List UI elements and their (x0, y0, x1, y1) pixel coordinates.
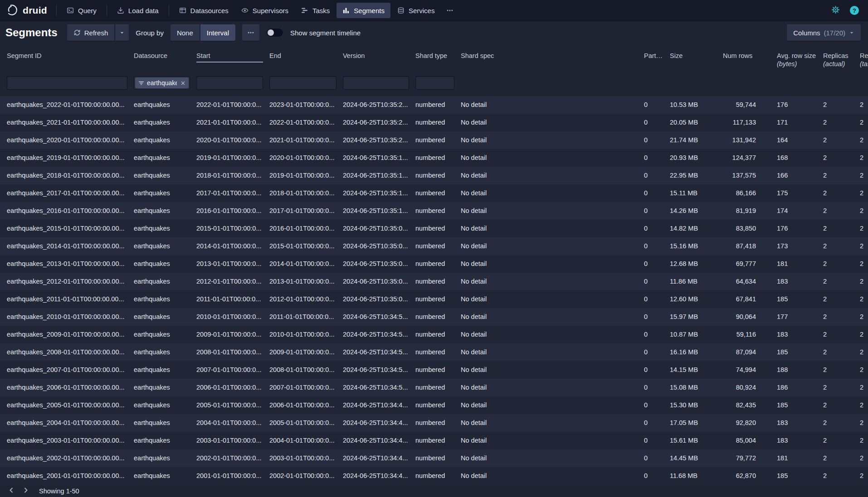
cell-shard_spec: No detail (461, 361, 644, 379)
help-button[interactable]: ? (847, 3, 862, 18)
column-header-shard_type[interactable]: Shard type (415, 52, 461, 60)
column-header-size[interactable]: Size (670, 52, 723, 60)
column-header-end[interactable]: End (269, 52, 343, 60)
segment-row[interactable]: earthquakes_2001-01-01T00:00:00.00...ear… (0, 467, 868, 485)
segment-row[interactable]: earthquakes_2014-01-01T00:00:00.00...ear… (0, 237, 868, 255)
nav-item-segments[interactable]: Segments (336, 3, 390, 18)
refresh-options-button[interactable] (115, 24, 129, 41)
segment-row[interactable]: earthquakes_2002-01-01T00:00:00.00...ear… (0, 449, 868, 467)
next-page-button[interactable] (20, 486, 32, 497)
cell-num_rows: 87,418 (723, 237, 777, 255)
segment-row[interactable]: earthquakes_2018-01-01T00:00:00.00...ear… (0, 167, 868, 184)
column-header-replication_factor[interactable]: Replication factor(target) (860, 52, 868, 68)
cell-shard_type: numbered (415, 273, 461, 290)
segment-row[interactable]: earthquakes_2019-01-01T00:00:00.00...ear… (0, 149, 868, 167)
nav-item-label: Query (78, 7, 97, 14)
druid-logo[interactable]: druid (6, 4, 47, 17)
segment-row[interactable]: earthquakes_2004-01-01T00:00:00.00...ear… (0, 414, 868, 432)
remove-filter-button[interactable] (180, 80, 186, 87)
refresh-button[interactable]: Refresh (67, 24, 115, 41)
column-header-replicas[interactable]: Replicas(actual) (823, 52, 860, 68)
nav-item-query[interactable]: Query (61, 3, 102, 18)
cell-segment_id: earthquakes_2001-01-01T00:00:00.00... (7, 467, 134, 485)
cell-replication_factor: 2 (860, 414, 868, 432)
column-header-partition[interactable]: Partition (644, 52, 670, 60)
segment-row[interactable]: earthquakes_2003-01-01T00:00:00.00...ear… (0, 432, 868, 449)
filter-input-segment_id[interactable] (7, 76, 127, 90)
cell-shard_type: numbered (415, 167, 461, 184)
columns-button[interactable]: Columns (17/20) (787, 24, 861, 41)
cell-replication_factor: 2 (860, 379, 868, 396)
segment-row[interactable]: earthquakes_2009-01-01T00:00:00.00...ear… (0, 326, 868, 343)
column-header-datasource[interactable]: Datasource (134, 52, 196, 60)
segment-row[interactable]: earthquakes_2008-01-01T00:00:00.00...ear… (0, 343, 868, 361)
druid-console: druid QueryLoad dataDatasourcesSuperviso… (0, 0, 868, 497)
cell-shard_spec: No detail (461, 414, 644, 432)
column-header-segment_id[interactable]: Segment ID (7, 52, 134, 60)
segment-row[interactable]: earthquakes_2007-01-01T00:00:00.00...ear… (0, 361, 868, 379)
filter-input-shard_type[interactable] (415, 76, 454, 90)
druid-logo-icon (6, 4, 19, 17)
cell-datasource: earthquakes (134, 290, 196, 308)
cell-datasource: earthquakes (134, 167, 196, 184)
cell-shard_type: numbered (415, 396, 461, 414)
segment-row[interactable]: earthquakes_2005-01-01T00:00:00.00...ear… (0, 396, 868, 414)
nav-item-datasources[interactable]: Datasources (173, 3, 234, 18)
cell-shard_type: numbered (415, 467, 461, 485)
column-header-avg_row_size[interactable]: Avg. row size(bytes) (777, 52, 823, 68)
navbar-right: ? (828, 3, 862, 18)
segment-row[interactable]: earthquakes_2016-01-01T00:00:00.00...ear… (0, 202, 868, 220)
cell-shard_type: numbered (415, 220, 461, 237)
settings-button[interactable] (828, 3, 843, 18)
segment-row[interactable]: earthquakes_2017-01-01T00:00:00.00...ear… (0, 184, 868, 202)
segment-row[interactable]: earthquakes_2021-01-01T00:00:00.00...ear… (0, 114, 868, 131)
cell-partition: 0 (644, 202, 670, 220)
cell-partition: 0 (644, 326, 670, 343)
group-by-none-button[interactable]: None (171, 24, 200, 41)
cell-datasource: earthquakes (134, 361, 196, 379)
nav-item-tasks[interactable]: Tasks (295, 3, 336, 18)
cell-end: 2004-01-01T00:00:0... (269, 432, 343, 449)
segment-timeline-toggle[interactable] (266, 28, 283, 37)
cell-size: 11.86 MB (670, 273, 723, 290)
filter-input-start[interactable] (196, 76, 263, 90)
segment-row[interactable]: earthquakes_2015-01-01T00:00:00.00...ear… (0, 220, 868, 237)
more-actions-button[interactable] (242, 24, 259, 41)
segment-row[interactable]: earthquakes_2011-01-01T00:00:00.00...ear… (0, 290, 868, 308)
filter-tagbox-datasource[interactable]: earthquakes (134, 76, 190, 90)
nav-item-load-data[interactable]: Load data (111, 3, 165, 18)
nav-item-services[interactable]: Services (391, 3, 441, 18)
datasource-filter-tag[interactable]: earthquakes (135, 77, 189, 88)
segment-row[interactable]: earthquakes_2006-01-01T00:00:00.00...ear… (0, 379, 868, 396)
more-menu-button[interactable] (441, 3, 458, 18)
console-icon (67, 7, 74, 14)
cell-avg_row_size: 174 (777, 202, 823, 220)
column-sublabel: (actual) (823, 60, 853, 68)
segment-row[interactable]: earthquakes_2022-01-01T00:00:00.00...ear… (0, 96, 868, 114)
column-header-start[interactable]: Start (196, 52, 269, 63)
group-by-interval-button[interactable]: Interval (200, 24, 235, 41)
column-header-num_rows[interactable]: Num rows (723, 52, 777, 60)
filter-cell-version (343, 76, 415, 90)
segment-row[interactable]: earthquakes_2012-01-01T00:00:00.00...ear… (0, 273, 868, 290)
cell-num_rows: 83,850 (723, 220, 777, 237)
cell-partition: 0 (644, 290, 670, 308)
cell-end: 2016-01-01T00:00:0... (269, 220, 343, 237)
segment-row[interactable]: earthquakes_2010-01-01T00:00:00.00...ear… (0, 308, 868, 326)
cell-datasource: earthquakes (134, 449, 196, 467)
cell-replicas: 2 (823, 131, 860, 149)
segment-row[interactable]: earthquakes_2020-01-01T00:00:00.00...ear… (0, 131, 868, 149)
segment-row[interactable]: earthquakes_2013-01-01T00:00:00.00...ear… (0, 255, 868, 273)
nav-item-supervisors[interactable]: Supervisors (235, 3, 294, 18)
filter-input-version[interactable] (343, 76, 409, 90)
column-header-version[interactable]: Version (343, 52, 415, 60)
showing-label: Showing 1-50 (39, 487, 79, 495)
column-header-shard_spec[interactable]: Shard spec (461, 52, 644, 60)
navbar-items: QueryLoad dataDatasourcesSupervisorsTask… (60, 0, 441, 21)
cell-segment_id: earthquakes_2006-01-01T00:00:00.00... (7, 379, 134, 396)
cell-datasource: earthquakes (134, 96, 196, 114)
cell-start: 2020-01-01T00:00:0... (196, 131, 269, 149)
filter-input-end[interactable] (269, 76, 336, 90)
prev-page-button[interactable] (5, 486, 17, 497)
cell-replicas: 2 (823, 220, 860, 237)
